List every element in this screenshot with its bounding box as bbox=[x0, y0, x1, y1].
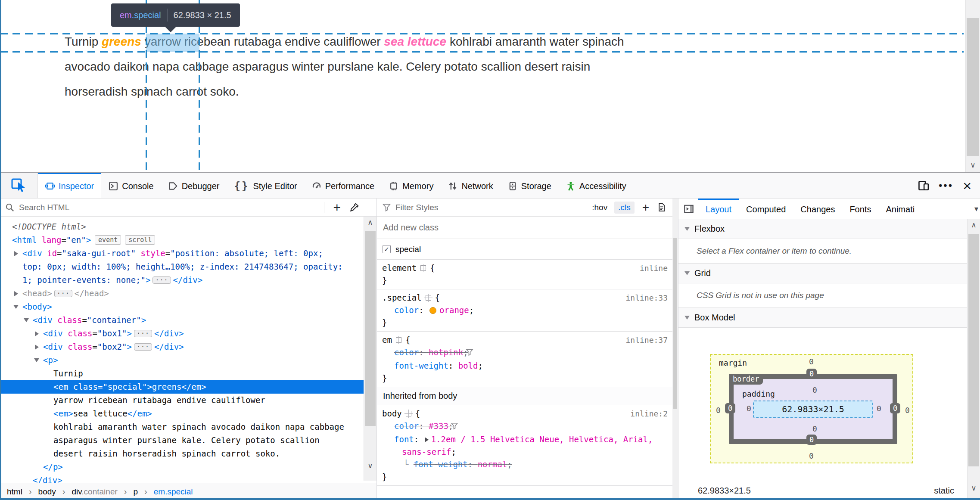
markup-row[interactable]: 1; pointer-events: none;">···</div> bbox=[0, 273, 376, 287]
property-value[interactable]: normal bbox=[478, 460, 507, 469]
layout-scrollbar[interactable]: ∧ ∨ bbox=[967, 219, 980, 498]
collapsed-ellipsis-badge[interactable]: ··· bbox=[152, 276, 171, 284]
markup-scrollbar-down-icon[interactable]: ∨ bbox=[364, 462, 376, 470]
property-value[interactable]: orange bbox=[439, 305, 469, 315]
property-value[interactable]: #333 bbox=[429, 421, 448, 431]
meatball-menu-icon[interactable]: ••• bbox=[939, 183, 953, 188]
box-model-content-box[interactable]: 62.9833×21.5 bbox=[753, 401, 873, 418]
twisty-closed-icon[interactable] bbox=[13, 287, 22, 300]
property-name[interactable]: color bbox=[394, 305, 419, 315]
twisty-closed-icon[interactable] bbox=[34, 340, 43, 354]
tab-fonts[interactable]: Fonts bbox=[842, 199, 878, 219]
layout-scrollbar-thumb[interactable] bbox=[968, 234, 979, 466]
twisty-open-icon[interactable] bbox=[34, 354, 43, 367]
breadcrumb-item[interactable]: p bbox=[133, 487, 138, 497]
grid-section-header[interactable]: Grid bbox=[678, 264, 980, 283]
border-top-value[interactable]: 0 bbox=[806, 369, 817, 379]
page-scrollbar-thumb[interactable] bbox=[967, 18, 979, 156]
tab-computed[interactable]: Computed bbox=[739, 199, 793, 219]
markup-row[interactable]: <head>···</head> bbox=[0, 287, 376, 300]
tab-layout[interactable]: Layout bbox=[698, 199, 739, 219]
margin-top-value[interactable]: 0 bbox=[809, 357, 814, 366]
rules-scrollbar-thumb[interactable] bbox=[673, 238, 677, 409]
tab-network[interactable]: Network bbox=[441, 173, 500, 198]
tab-debugger[interactable]: Debugger bbox=[161, 173, 227, 198]
padding-top-value[interactable]: 0 bbox=[812, 385, 817, 394]
markup-row[interactable]: top: 0px; width: 100%; height…100%; z-in… bbox=[0, 260, 376, 273]
margin-right-value[interactable]: 0 bbox=[905, 406, 910, 415]
search-html-input[interactable]: Search HTML bbox=[19, 203, 320, 212]
tab-style-editor[interactable]: {}Style Editor bbox=[227, 173, 305, 198]
box-model-section-header[interactable]: Box Model bbox=[678, 308, 980, 328]
markup-row[interactable]: <html lang="en">eventscroll bbox=[0, 233, 376, 247]
tab-accessibility[interactable]: Accessibility bbox=[559, 173, 634, 198]
class-checkbox[interactable]: ✓ bbox=[383, 245, 391, 253]
close-icon[interactable]: × bbox=[963, 181, 971, 190]
css-declaration[interactable]: font-weight: bold; bbox=[382, 360, 673, 372]
markup-row[interactable]: <em>sea lettuce</em> bbox=[0, 407, 376, 420]
node-badge[interactable]: event bbox=[95, 235, 121, 245]
markup-row[interactable]: asparagus winter purslane kale. Celery p… bbox=[0, 434, 376, 447]
property-name[interactable]: font bbox=[394, 435, 414, 444]
create-node-button[interactable]: + bbox=[329, 202, 345, 213]
node-badge[interactable]: scroll bbox=[125, 235, 155, 245]
padding-left-value[interactable]: 0 bbox=[747, 404, 751, 413]
expand-shorthand-icon[interactable] bbox=[425, 437, 429, 442]
twisty-open-icon[interactable] bbox=[13, 300, 22, 314]
tab-memory[interactable]: Memory bbox=[382, 173, 441, 198]
property-name[interactable]: font-weight bbox=[394, 361, 448, 370]
css-declaration[interactable]: └ font-weight: normal; bbox=[382, 458, 673, 471]
class-panel-button[interactable]: .cls bbox=[614, 202, 635, 214]
rules-scrollbar[interactable] bbox=[672, 199, 678, 498]
page-scrollbar[interactable]: ∨ bbox=[965, 0, 980, 172]
rule-selector[interactable]: em bbox=[382, 335, 392, 345]
tab-storage[interactable]: Storage bbox=[501, 173, 559, 198]
rule-source-link[interactable]: inline:2 bbox=[630, 407, 668, 420]
markup-row[interactable]: <div class="box1">···</div> bbox=[0, 327, 376, 340]
markup-row[interactable]: Turnip bbox=[0, 367, 376, 380]
property-name[interactable]: color bbox=[394, 421, 419, 431]
rule-source-link[interactable]: inline:33 bbox=[625, 292, 668, 304]
twisty-closed-icon[interactable] bbox=[34, 327, 43, 340]
border-left-value[interactable]: 0 bbox=[725, 403, 735, 413]
border-bottom-value[interactable]: 0 bbox=[806, 435, 817, 445]
padding-right-value[interactable]: 0 bbox=[877, 404, 881, 413]
property-value[interactable]: 1.2em / 1.5 Helvetica Neue, Helvetica, A… bbox=[402, 435, 653, 457]
markup-row[interactable]: <div id="saka-gui-root" style="position:… bbox=[0, 247, 376, 260]
highlight-selector-icon[interactable] bbox=[396, 337, 401, 343]
tab-animati[interactable]: Animati bbox=[878, 199, 922, 219]
breadcrumb-item[interactable]: div.container bbox=[72, 487, 117, 497]
css-declaration[interactable]: font: 1.2em / 1.5 Helvetica Neue, Helvet… bbox=[382, 433, 673, 458]
pseudo-class-button[interactable]: :hov bbox=[589, 202, 610, 214]
element-picker-button[interactable] bbox=[0, 173, 38, 198]
eyedropper-icon[interactable] bbox=[349, 202, 371, 212]
rule-source-link[interactable]: inline:37 bbox=[625, 334, 668, 346]
property-value[interactable]: bold bbox=[458, 361, 478, 370]
flexbox-section-header[interactable]: Flexbox bbox=[678, 219, 980, 239]
markup-row[interactable]: <div class="container"> bbox=[0, 314, 376, 327]
page-scrollbar-down-icon[interactable]: ∨ bbox=[966, 161, 980, 170]
highlight-selector-icon[interactable] bbox=[406, 411, 411, 416]
tab-performance[interactable]: Performance bbox=[305, 173, 382, 198]
markup-row[interactable]: kohlrabi amaranth water spinach avocado … bbox=[0, 420, 376, 434]
markup-row[interactable]: </div> bbox=[0, 474, 376, 483]
markup-row[interactable]: <p> bbox=[0, 354, 376, 367]
margin-left-value[interactable]: 0 bbox=[716, 406, 721, 415]
filter-styles-input[interactable]: Filter Styles bbox=[395, 203, 585, 212]
breadcrumb-item[interactable]: html bbox=[7, 487, 22, 497]
print-media-icon[interactable] bbox=[657, 203, 673, 212]
markup-row[interactable]: </p> bbox=[0, 460, 376, 474]
twisty-closed-icon[interactable] bbox=[13, 247, 22, 260]
tab-console[interactable]: Console bbox=[101, 173, 161, 198]
css-declaration[interactable]: color: hotpink; bbox=[382, 346, 673, 360]
add-new-class-input[interactable]: Add new class bbox=[377, 217, 678, 239]
add-rule-button[interactable]: + bbox=[639, 202, 653, 213]
layout-scrollbar-down-icon[interactable]: ∨ bbox=[968, 484, 980, 493]
rule-selector[interactable]: element bbox=[382, 263, 417, 273]
markup-scrollbar[interactable]: ∧ ∨ bbox=[364, 217, 376, 481]
responsive-mode-icon[interactable] bbox=[918, 180, 929, 191]
breadcrumb-item[interactable]: body bbox=[38, 487, 56, 497]
border-right-value[interactable]: 0 bbox=[890, 403, 900, 413]
collapsed-ellipsis-badge[interactable]: ··· bbox=[134, 330, 152, 337]
markup-row[interactable]: <div class="box2">···</div> bbox=[0, 340, 376, 354]
